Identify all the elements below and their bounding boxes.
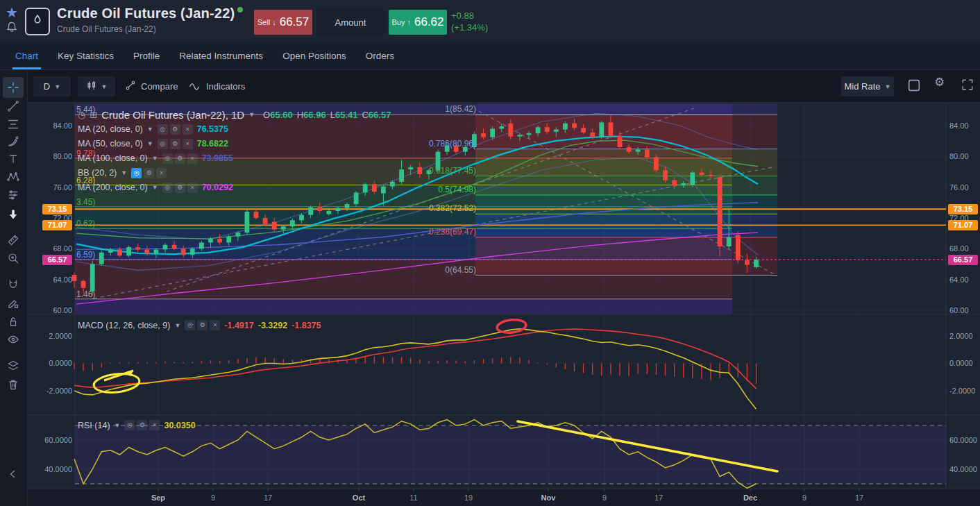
remove-study-icon[interactable]: × — [156, 168, 167, 178]
visibility-icon[interactable]: ◎ — [162, 153, 173, 164]
calendar-icon[interactable]: ⊞ — [90, 110, 97, 120]
snapshot-icon[interactable] — [906, 78, 922, 96]
trading-app: ★ Crude Oil Futures (Jan-22) Crude Oil F… — [0, 0, 980, 506]
tool-collapse-icon[interactable] — [3, 464, 24, 484]
amount-label: Amount — [335, 17, 366, 28]
chevron-down-icon[interactable]: ▼ — [248, 111, 255, 118]
chevron-down-icon: ▼ — [54, 83, 60, 90]
remove-study-icon[interactable]: × — [183, 139, 193, 149]
study-value: 73.9855 — [202, 153, 233, 163]
chevron-down-icon: ▼ — [121, 169, 127, 176]
study-settings-icon[interactable]: ⚙ — [197, 320, 208, 330]
visibility-icon[interactable]: ◎ — [124, 420, 135, 430]
tool-crosshair-icon[interactable] — [3, 77, 24, 98]
buy-price: 66.62 — [414, 15, 444, 29]
indicators-button[interactable]: Indicators — [189, 76, 245, 96]
visibility-icon[interactable]: ◎ — [158, 124, 168, 135]
visibility-icon[interactable]: ◎ — [131, 168, 142, 178]
study-row[interactable]: MA (50, close, 0)▼◎⚙×78.6822 — [78, 137, 391, 151]
study-label: BB (20, 2) — [78, 168, 117, 178]
macd-legend: MACD (12, 26, close, 9)▼◎⚙×-1.4917-3.329… — [78, 320, 321, 330]
ohlc-letter: O — [263, 110, 270, 120]
study-label: MA (200, close, 0) — [78, 183, 148, 192]
tab-key-statistics[interactable]: Key Statistics — [48, 42, 124, 69]
tab-open-positions[interactable]: Open Positions — [273, 42, 356, 69]
rsi-value: 30.0350 — [164, 421, 195, 430]
chart-type-dropdown[interactable]: ▼ — [78, 76, 115, 96]
chevron-down-icon: ▼ — [174, 322, 180, 329]
tab-orders[interactable]: Orders — [356, 42, 404, 69]
remove-study-icon[interactable]: × — [210, 320, 220, 330]
chart-toolbar: D▼ ▼ Compare Indicators — [28, 70, 980, 103]
compare-button[interactable]: Compare — [125, 76, 178, 96]
visibility-icon[interactable]: ◎ — [162, 183, 173, 193]
amount-button[interactable]: Amount — [316, 10, 385, 35]
remove-study-icon[interactable]: × — [187, 183, 198, 193]
study-settings-icon[interactable]: ⚙ — [170, 124, 180, 135]
tab-chart[interactable]: Chart — [6, 42, 48, 69]
study-settings-icon[interactable]: ⚙ — [137, 420, 147, 430]
ohlc-value: 66.57 — [369, 110, 391, 120]
tool-arrow-down-icon[interactable] — [3, 204, 24, 225]
chevron-down-icon: ▼ — [147, 140, 153, 147]
rsi-legend: RSI (14)▼◎⚙×30.0350 — [78, 420, 196, 430]
favorite-star-icon[interactable]: ★ — [6, 4, 18, 21]
study-row[interactable]: MA (100, close, 0)▼◎⚙×73.9855 — [78, 151, 391, 165]
study-label: MA (100, close, 0) — [78, 153, 148, 163]
tool-zoom-in-icon[interactable] — [3, 248, 24, 269]
study-settings-icon[interactable]: ⚙ — [175, 153, 185, 164]
visibility-icon[interactable]: ◎ — [158, 139, 168, 149]
drawing-toolbar — [0, 70, 28, 506]
interval-dropdown[interactable]: D▼ — [33, 76, 71, 96]
study-settings-icon[interactable]: ⚙ — [170, 139, 180, 149]
study-settings-icon[interactable]: ⚙ — [175, 183, 185, 193]
chevron-down-icon: ▼ — [152, 155, 158, 162]
mid-rate-dropdown[interactable]: Mid Rate▼ — [841, 76, 894, 96]
study-row[interactable]: MA (20, close, 0)▼◎⚙×76.5375 — [78, 122, 391, 136]
tab-profile[interactable]: Profile — [124, 42, 169, 69]
price-change-percent: (+1.34%) — [451, 22, 488, 33]
chart-legend: ◷ ⊞ Crude Oil Futures (Jan-22), 1D ▼ O65… — [78, 108, 391, 195]
legend-main-row: ◷ ⊞ Crude Oil Futures (Jan-22), 1D ▼ O65… — [78, 108, 391, 121]
tool-forecast-icon[interactable] — [3, 185, 24, 205]
alert-bell-icon[interactable] — [6, 21, 18, 36]
chevron-down-icon: ▼ — [115, 422, 121, 429]
study-row[interactable]: MA (200, close, 0)▼◎⚙×70.0292 — [78, 180, 391, 194]
gear-icon[interactable]: ⚙ — [934, 75, 945, 90]
visibility-icon[interactable]: ◎ — [185, 320, 195, 330]
study-buttons: ◎⚙× — [185, 320, 220, 330]
indicators-wave-icon — [189, 81, 201, 92]
tool-layers-icon[interactable] — [3, 355, 24, 376]
ohlc-letter: L — [330, 110, 335, 120]
tool-magnet-icon[interactable] — [3, 274, 24, 295]
study-buttons: ◎⚙× — [124, 420, 160, 430]
buy-label: Buy ↑ — [391, 18, 411, 26]
sell-label: Sell ↓ — [257, 18, 276, 26]
buy-button[interactable]: Buy ↑ 66.62 — [389, 10, 447, 35]
study-row[interactable]: BB (20, 2)▼◎⚙× — [78, 166, 391, 180]
tool-remove-drawings-icon[interactable] — [3, 374, 24, 395]
tab-related-instruments[interactable]: Related Instruments — [169, 42, 273, 69]
remove-study-icon[interactable]: × — [183, 124, 193, 135]
ohlc-values: O65.60H66.96L65.41C66.57 — [259, 108, 391, 121]
study-label: MA (20, close, 0) — [78, 124, 143, 134]
tab-bar: Chart Key Statistics Profile Related Ins… — [0, 42, 980, 70]
study-settings-icon[interactable]: ⚙ — [144, 168, 154, 178]
study-buttons: ◎⚙× — [162, 183, 198, 193]
oil-barrel-icon — [25, 8, 50, 35]
tool-hide-drawings-icon[interactable] — [3, 329, 24, 350]
market-status-dot — [237, 7, 243, 12]
fullscreen-icon[interactable] — [961, 78, 974, 94]
sell-price: 66.57 — [280, 15, 310, 29]
price-change: +0.88 — [451, 10, 474, 21]
ohlc-letter: C — [362, 110, 368, 120]
ohlc-value: 66.96 — [303, 110, 326, 120]
macd-label: MACD (12, 26, close, 9) — [78, 321, 170, 330]
remove-study-icon[interactable]: × — [149, 420, 160, 430]
legend-symbol-title[interactable]: Crude Oil Futures (Jan-22), 1D — [101, 109, 244, 121]
chevron-down-icon: ▼ — [101, 83, 108, 90]
remove-study-icon[interactable]: × — [187, 153, 198, 164]
macd-value: -3.3292 — [258, 321, 287, 330]
sell-button[interactable]: Sell ↓ 66.57 — [254, 10, 312, 35]
clock-icon[interactable]: ◷ — [78, 110, 85, 120]
